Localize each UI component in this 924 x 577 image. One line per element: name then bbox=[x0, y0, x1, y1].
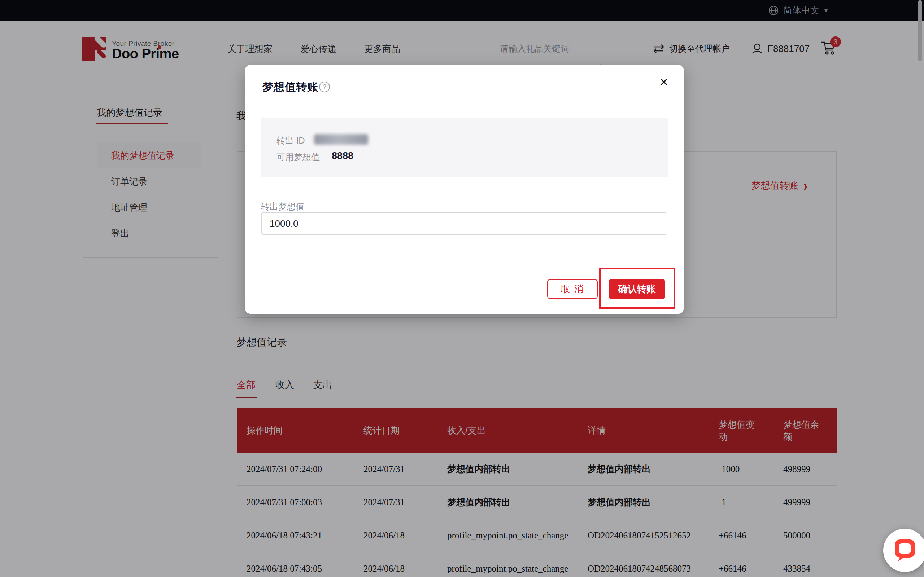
confirm-button-highlight-box bbox=[599, 268, 675, 309]
transfer-id-label: 转出 ID bbox=[276, 135, 305, 147]
help-icon[interactable]: ? bbox=[319, 82, 330, 92]
transfer-info-box: 转出 ID 可用梦想值 8888 bbox=[261, 118, 668, 177]
close-icon[interactable]: ✕ bbox=[659, 76, 669, 89]
cancel-button[interactable]: 取 消 bbox=[547, 279, 598, 299]
live-chat-button[interactable] bbox=[883, 529, 924, 572]
available-dream-value-label: 可用梦想值 bbox=[276, 152, 320, 163]
modal-title-divider bbox=[260, 102, 666, 102]
transfer-amount-input[interactable] bbox=[261, 213, 667, 235]
chat-bubble-icon bbox=[894, 539, 915, 561]
modal-title: 梦想值转账 bbox=[262, 80, 318, 95]
transfer-id-value-redacted bbox=[314, 134, 368, 145]
transfer-amount-label: 转出梦想值 bbox=[261, 201, 304, 213]
available-dream-value: 8888 bbox=[332, 150, 353, 161]
